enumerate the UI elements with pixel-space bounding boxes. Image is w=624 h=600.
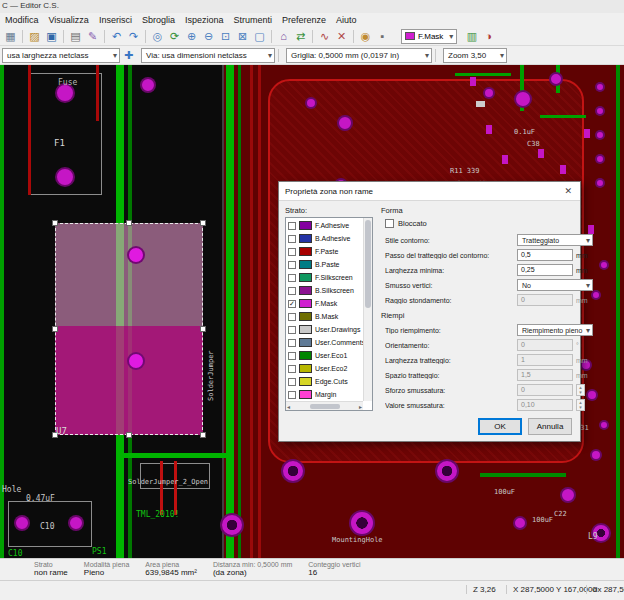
layer-checkbox[interactable] [288, 274, 296, 282]
zoom-fit-icon[interactable]: ⊡ [217, 28, 234, 45]
layer-row-b-paste[interactable]: B.Paste [288, 258, 362, 271]
zoom-selection-icon[interactable]: ▢ [251, 28, 268, 45]
menu-sbroglia[interactable]: Sbroglia [137, 15, 180, 25]
shape-input-larghezza-minima[interactable]: 0,25 [517, 264, 573, 276]
trace [616, 65, 620, 558]
coordinate-statusbar: Z 3,26 X 287,5000 Y 167,0000 dx 287,5000 [0, 580, 624, 600]
menu-modifica[interactable]: Modifica [0, 15, 44, 25]
menu-aiuto[interactable]: Aiuto [331, 15, 362, 25]
redo-icon[interactable]: ↷ [125, 28, 142, 45]
layer-checkbox[interactable] [288, 261, 296, 269]
layer-checkbox[interactable] [288, 313, 296, 321]
selection-handle[interactable] [126, 220, 132, 226]
layer-checkbox[interactable] [288, 287, 296, 295]
ok-button[interactable]: OK [478, 418, 522, 435]
ratsnest-hide-icon[interactable]: ✕ [333, 28, 350, 45]
update-pcb-icon[interactable]: ⇄ [292, 28, 309, 45]
zoom-out-icon[interactable]: ⊖ [200, 28, 217, 45]
locked-checkbox[interactable]: Bloccato [385, 218, 593, 229]
layer-presets-icon[interactable]: ▥ [463, 28, 480, 45]
zoom-select[interactable]: Zoom 3,50 ▾ [443, 48, 507, 63]
layer-checkbox[interactable] [288, 378, 296, 386]
cancel-button[interactable]: Annulla [528, 418, 572, 435]
selection-handle[interactable] [126, 432, 132, 438]
silkscreen-label: C22 [554, 511, 567, 518]
layer-row-margin[interactable]: Margin [288, 388, 362, 401]
footprint-editor-icon[interactable]: ⌂ [275, 28, 292, 45]
close-icon[interactable]: ✕ [562, 186, 574, 196]
via-size-select[interactable]: Via: usa dimensioni netclass ▾ [141, 48, 275, 63]
open-board-icon[interactable]: ▨ [26, 28, 43, 45]
layer-checkbox[interactable]: ✓ [288, 300, 296, 308]
horizontal-scrollbar[interactable]: ◂ ▸ [286, 401, 363, 410]
grid-select[interactable]: Griglia: 0,5000 mm (0,0197 in) ▾ [286, 48, 432, 63]
layer-list[interactable]: ◂ ▸ F.AdhesiveB.AdhesiveF.PasteB.PasteF.… [285, 217, 373, 411]
menu-visualizza[interactable]: Visualizza [44, 15, 94, 25]
layer-checkbox[interactable] [288, 391, 296, 399]
layer-row-user-eco2[interactable]: User.Eco2 [288, 362, 362, 375]
layer-row-b-mask[interactable]: B.Mask [288, 310, 362, 323]
layer-row-user-eco1[interactable]: User.Eco1 [288, 349, 362, 362]
zoom-objects-icon[interactable]: ⊠ [234, 28, 251, 45]
layer-color-swatch [299, 390, 312, 399]
layer-checkbox[interactable] [288, 248, 296, 256]
selection-handle[interactable] [200, 432, 206, 438]
layer-checkbox[interactable] [288, 365, 296, 373]
selection-handle[interactable] [200, 326, 206, 332]
board-setup-icon[interactable]: ▦ [2, 28, 19, 45]
find-icon[interactable]: ◎ [149, 28, 166, 45]
menu-inserisci[interactable]: Inserisci [94, 15, 137, 25]
shape-select-smusso-vertici[interactable]: No▾ [517, 279, 593, 291]
undo-icon[interactable]: ↶ [108, 28, 125, 45]
fill-cell-orientamento: 0° [517, 339, 593, 351]
plot-icon[interactable]: ✎ [84, 28, 101, 45]
refresh-view-icon[interactable]: ⟳ [166, 28, 183, 45]
track-width-select[interactable]: usa larghezza netclass ▾ [2, 48, 120, 63]
menu-ispeziona[interactable]: Ispeziona [180, 15, 229, 25]
lock-icon[interactable]: ▪ [374, 28, 391, 45]
shape-select-stile-contorno[interactable]: Tratteggiato▾ [517, 234, 593, 246]
menu-preferenze[interactable]: Preferenze [277, 15, 331, 25]
layer-row-edge-cuts[interactable]: Edge.Cuts [288, 375, 362, 388]
highlight-net-icon[interactable]: ◉ [357, 28, 374, 45]
silkscreen-label: TML_2010! [136, 511, 179, 519]
scrollbar-thumb[interactable] [310, 404, 340, 409]
high-contrast-icon[interactable]: ◑ [480, 28, 497, 45]
scroll-right-icon[interactable]: ▸ [359, 403, 362, 410]
layer-row-user-drawings[interactable]: User.Drawings [288, 323, 362, 336]
selection-handle[interactable] [52, 326, 58, 332]
layer-row-b-adhesive[interactable]: B.Adhesive [288, 232, 362, 245]
selection-handle[interactable] [52, 220, 58, 226]
layer-row-f-paste[interactable]: F.Paste [288, 245, 362, 258]
layer-checkbox[interactable] [288, 326, 296, 334]
fill-label-orientamento: Orientamento: [385, 342, 513, 349]
zoom-in-icon[interactable]: ⊕ [183, 28, 200, 45]
ratsnest-show-icon[interactable]: ∿ [316, 28, 333, 45]
main-toolbar: ▦▨▣▤✎↶↷◎⟳⊕⊖⊡⊠▢⌂⇄∿✕◉▪ F.Mask ▾ ▥◑ [0, 27, 624, 46]
edit-predefined-sizes-icon[interactable]: ✚ [120, 47, 137, 64]
shape-input-passo-del-tratteggio-del-contorno[interactable]: 0,5 [517, 249, 573, 261]
layer-checkbox[interactable] [288, 339, 296, 347]
layer-checkbox[interactable] [288, 222, 296, 230]
menu-strumenti[interactable]: Strumenti [228, 15, 277, 25]
save-icon[interactable]: ▣ [43, 28, 60, 45]
fill-input-orientamento: 0 [517, 339, 573, 351]
active-layer-select[interactable]: F.Mask ▾ [401, 29, 457, 44]
fill-select-tipo-riempimento[interactable]: Riempimento pieno▾ [517, 324, 593, 336]
selection-handle[interactable] [200, 220, 206, 226]
layer-checkbox[interactable] [288, 352, 296, 360]
pcb-canvas[interactable]: FuseF1U7SolderJumperSolderJumper_2_OpenH… [0, 65, 624, 558]
layer-row-f-silkscreen[interactable]: F.Silkscreen [288, 271, 362, 284]
print-icon[interactable]: ▤ [67, 28, 84, 45]
scrollbar-thumb[interactable] [365, 220, 371, 308]
pad [595, 130, 605, 140]
layer-row-f-adhesive[interactable]: F.Adhesive [288, 219, 362, 232]
select-value: Riempimento pieno [522, 327, 582, 334]
layer-checkbox[interactable] [288, 235, 296, 243]
pad [595, 106, 605, 116]
layer-row-b-silkscreen[interactable]: B.Silkscreen [288, 284, 362, 297]
vertical-scrollbar[interactable] [363, 218, 372, 401]
layer-row-user-comments[interactable]: User.Comments [288, 336, 362, 349]
layer-row-f-mask[interactable]: ✓F.Mask [288, 297, 362, 310]
scroll-left-icon[interactable]: ◂ [287, 403, 290, 410]
